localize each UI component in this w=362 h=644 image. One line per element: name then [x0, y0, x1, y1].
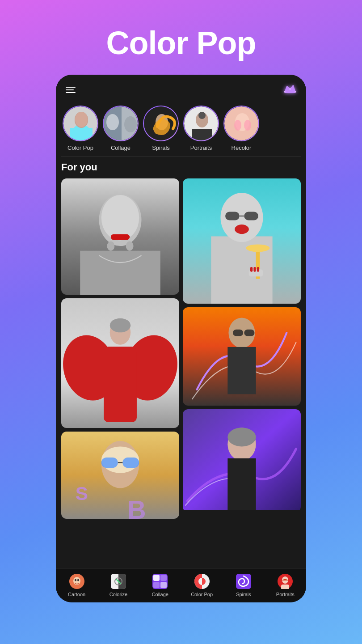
- for-you-section: For you: [56, 161, 306, 568]
- svg-point-32: [126, 242, 134, 251]
- nav-label-color-pop: Color Pop: [191, 592, 213, 597]
- svg-rect-36: [104, 347, 137, 422]
- svg-rect-57: [250, 267, 253, 272]
- nav-icon-collage: [152, 573, 168, 589]
- svg-rect-81: [160, 582, 167, 588]
- svg-point-68: [227, 428, 256, 446]
- menu-button[interactable]: [66, 87, 76, 93]
- nav-label-collage: Collage: [152, 592, 168, 597]
- page-title: Color Pop: [106, 25, 256, 61]
- category-label-collage: Collage: [111, 144, 130, 151]
- svg-rect-91: [281, 585, 289, 589]
- category-circle-portraits: [183, 106, 219, 141]
- svg-rect-67: [227, 458, 256, 510]
- nav-label-spirals: Spirals: [236, 592, 251, 597]
- nav-label-portraits: Portraits: [276, 592, 295, 597]
- svg-point-14: [124, 116, 137, 132]
- svg-point-10: [75, 112, 88, 127]
- svg-rect-51: [244, 212, 258, 220]
- nav-icon-color-pop: [194, 573, 210, 589]
- svg-point-2: [284, 91, 286, 93]
- for-you-title: For you: [61, 161, 301, 173]
- image-neon-girl[interactable]: [183, 307, 301, 406]
- image-grid: S B: [61, 178, 301, 527]
- image-girl-sunglasses[interactable]: S B: [61, 432, 179, 519]
- left-column: S B: [61, 178, 179, 527]
- svg-point-3: [289, 88, 291, 90]
- svg-rect-43: [122, 458, 139, 468]
- category-portraits[interactable]: Portraits: [183, 106, 219, 151]
- svg-rect-80: [153, 582, 160, 588]
- svg-point-31: [107, 242, 114, 251]
- image-spirals-girl[interactable]: [183, 409, 301, 512]
- category-label-spirals: Spirals: [152, 144, 170, 151]
- top-bar: [56, 75, 306, 101]
- svg-rect-63: [233, 330, 243, 336]
- svg-text:S: S: [76, 483, 88, 504]
- svg-point-24: [244, 120, 251, 131]
- nav-portraits[interactable]: Portraits: [271, 573, 300, 597]
- svg-rect-62: [227, 347, 256, 394]
- category-label-portraits: Portraits: [190, 144, 212, 151]
- image-laughing-girl[interactable]: [183, 178, 301, 304]
- svg-point-20: [198, 112, 206, 119]
- right-column: [183, 178, 301, 527]
- nav-label-cartoon: Cartoon: [68, 592, 85, 597]
- category-label-color-pop: Color Pop: [67, 144, 93, 151]
- image-angel[interactable]: [61, 298, 179, 428]
- category-color-pop[interactable]: Color Pop: [63, 106, 98, 151]
- svg-point-55: [246, 244, 270, 252]
- svg-rect-58: [253, 267, 256, 272]
- nav-icon-portraits: [277, 573, 293, 589]
- crown-icon[interactable]: [284, 83, 296, 97]
- nav-collage[interactable]: Collage: [146, 573, 175, 597]
- category-circle-collage: [103, 106, 139, 141]
- nav-icon-cartoon: [69, 573, 85, 589]
- categories-row: Color Pop Collage: [56, 101, 306, 157]
- svg-text:B: B: [127, 495, 146, 519]
- svg-rect-64: [244, 330, 254, 336]
- bottom-navigation: Cartoon Colorize: [56, 568, 306, 602]
- svg-rect-59: [257, 267, 259, 272]
- nav-icon-colorize: [110, 573, 126, 589]
- category-collage[interactable]: Collage: [103, 106, 139, 151]
- svg-point-71: [75, 579, 76, 581]
- category-label-recolor: Recolor: [232, 144, 252, 151]
- svg-rect-29: [111, 234, 130, 240]
- svg-rect-19: [192, 129, 212, 140]
- nav-cartoon[interactable]: Cartoon: [62, 573, 91, 597]
- svg-rect-30: [80, 251, 160, 295]
- svg-rect-42: [101, 458, 118, 468]
- category-recolor[interactable]: Recolor: [223, 106, 259, 151]
- svg-point-72: [77, 579, 79, 581]
- svg-point-4: [295, 91, 296, 93]
- category-circle-spirals: [143, 106, 179, 141]
- phone-container: Color Pop Collage: [56, 75, 306, 602]
- svg-point-13: [106, 114, 119, 130]
- category-spirals[interactable]: Spirals: [143, 106, 179, 151]
- nav-colorize[interactable]: Colorize: [104, 573, 133, 597]
- category-circle-color-pop: [63, 106, 98, 141]
- nav-color-pop[interactable]: Color Pop: [187, 573, 216, 597]
- svg-point-53: [235, 225, 249, 234]
- svg-rect-79: [160, 575, 167, 581]
- svg-rect-1: [285, 92, 295, 93]
- nav-icon-spirals: [236, 573, 252, 589]
- nav-spirals[interactable]: Spirals: [229, 573, 258, 597]
- svg-point-23: [234, 120, 241, 131]
- nav-label-colorize: Colorize: [109, 592, 127, 597]
- svg-rect-78: [153, 575, 160, 581]
- svg-rect-50: [225, 212, 240, 220]
- svg-point-38: [110, 318, 130, 333]
- divider: [61, 157, 301, 157]
- svg-point-27: [101, 195, 139, 240]
- svg-rect-9: [70, 128, 93, 140]
- image-bw-red-lips[interactable]: [61, 178, 179, 295]
- category-circle-recolor: [223, 106, 259, 141]
